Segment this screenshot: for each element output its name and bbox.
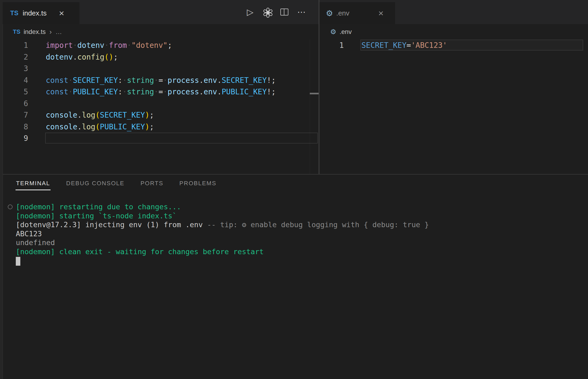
panel-tab-ports[interactable]: PORTS (140, 178, 164, 190)
code-line-2[interactable]: 2dotenv.config(); (3, 51, 319, 63)
line-number: 5 (3, 86, 28, 98)
terminal-line-7 (3, 256, 429, 265)
code-text: console.log(PUBLIC_KEY); (28, 121, 154, 133)
terminal-line-6: [nodemon] clean exit - waiting for chang… (3, 247, 429, 256)
bottom-panel: TERMINALDEBUG CONSOLEPORTSPROBLEMS [node… (3, 174, 588, 379)
code-text (28, 133, 46, 144)
panel-tabs: TERMINALDEBUG CONSOLEPORTSPROBLEMS (16, 175, 217, 194)
breadcrumb-right: ⚙ .env (319, 24, 588, 40)
line-number: 2 (3, 51, 28, 63)
typescript-file-icon: TS (13, 28, 20, 35)
current-line-highlight (45, 133, 318, 144)
tabbar-left-group: TS index.ts × ▷⋯ (3, 0, 319, 24)
code-text: dotenv.config(); (28, 51, 118, 63)
current-line-highlight (360, 40, 583, 51)
chatgpt-icon[interactable] (262, 7, 272, 17)
scrollbar-track[interactable] (310, 40, 310, 174)
terminal-output[interactable]: [nodemon] restarting due to changes...[n… (3, 202, 429, 265)
run-icon[interactable]: ▷ (245, 7, 255, 17)
terminal-line-5: undefined (3, 238, 429, 247)
line-number: 6 (3, 98, 28, 110)
code-line-9[interactable]: 9 (3, 133, 319, 144)
terminal-line-2: [nodemon] starting `ts-node index.ts` (3, 211, 429, 221)
code-text: const·SECRET_KEY:·string·=·process.env.S… (28, 75, 276, 86)
breadcrumb-symbol[interactable]: … (56, 28, 62, 36)
line-number: 7 (3, 109, 28, 121)
line-number: 1 (319, 40, 344, 51)
line-number: 1 (3, 40, 28, 51)
breadcrumb-file[interactable]: .env (339, 28, 352, 36)
code-line-4[interactable]: 4const·SECRET_KEY:·string·=·process.env.… (3, 75, 319, 86)
code-line-8[interactable]: 8console.log(PUBLIC_KEY); (3, 121, 319, 133)
panel-tab-debug-console[interactable]: DEBUG CONSOLE (66, 178, 125, 190)
close-icon[interactable]: × (378, 9, 384, 18)
editor-index-ts[interactable]: 1import·dotenv·from·"dotenv";2dotenv.con… (3, 40, 319, 144)
terminal-line-3: [dotenv@17.2.3] injecting env (1) from .… (3, 220, 429, 229)
tab-label: index.ts (23, 9, 47, 17)
editor-env[interactable]: 1SECRET_KEY='ABC123' (319, 40, 588, 51)
code-text: console.log(SECRET_KEY); (28, 109, 154, 121)
more-icon[interactable]: ⋯ (297, 7, 306, 17)
close-icon[interactable]: × (59, 9, 64, 18)
code-line-6[interactable]: 6 (3, 98, 319, 110)
gear-file-icon: ⚙ (326, 9, 333, 18)
breadcrumb-left: TS index.ts › … (3, 24, 319, 40)
line-number: 4 (3, 75, 28, 86)
code-line-3[interactable]: 3 (3, 63, 319, 75)
line-number: 9 (3, 133, 28, 144)
tab-index-ts[interactable]: TS index.ts × (3, 2, 79, 24)
code-text: const·PUBLIC_KEY:·string·=·process.env.P… (28, 86, 276, 98)
vscode-window: TS index.ts × ▷⋯ ⚙ .env × TS index.ts › … (0, 0, 588, 379)
terminal-line-4: ABC123 (3, 229, 429, 238)
gear-file-icon: ⚙ (330, 28, 336, 36)
code-line-5[interactable]: 5const·PUBLIC_KEY:·string·=·process.env.… (3, 86, 319, 98)
terminal-cursor (16, 257, 20, 266)
terminal-line-1: [nodemon] restarting due to changes... (3, 202, 429, 211)
tab-label: .env (336, 9, 349, 17)
code-line-7[interactable]: 7console.log(SECRET_KEY); (3, 109, 319, 121)
line-number: 3 (3, 63, 28, 75)
line-number: 8 (3, 121, 28, 133)
code-line-1[interactable]: 1import·dotenv·from·"dotenv"; (3, 40, 319, 51)
breadcrumb-file[interactable]: index.ts (24, 28, 46, 36)
command-decoration-icon[interactable] (8, 204, 13, 209)
tabbar-right-group: ⚙ .env × (319, 0, 588, 24)
panel-tab-problems[interactable]: PROBLEMS (179, 178, 217, 190)
panel-tab-terminal[interactable]: TERMINAL (16, 178, 51, 190)
code-text (28, 98, 46, 110)
code-line-1[interactable]: 1SECRET_KEY='ABC123' (319, 40, 588, 51)
code-text (28, 63, 46, 75)
split-icon[interactable] (280, 7, 289, 17)
tab-env[interactable]: ⚙ .env × (319, 2, 395, 24)
typescript-file-icon: TS (10, 9, 18, 17)
overview-ruler-cursor-marker (310, 93, 319, 94)
code-text: import·dotenv·from·"dotenv"; (28, 40, 172, 51)
breadcrumb-separator-icon: › (49, 28, 52, 36)
editor-actions: ▷⋯ (245, 0, 306, 24)
